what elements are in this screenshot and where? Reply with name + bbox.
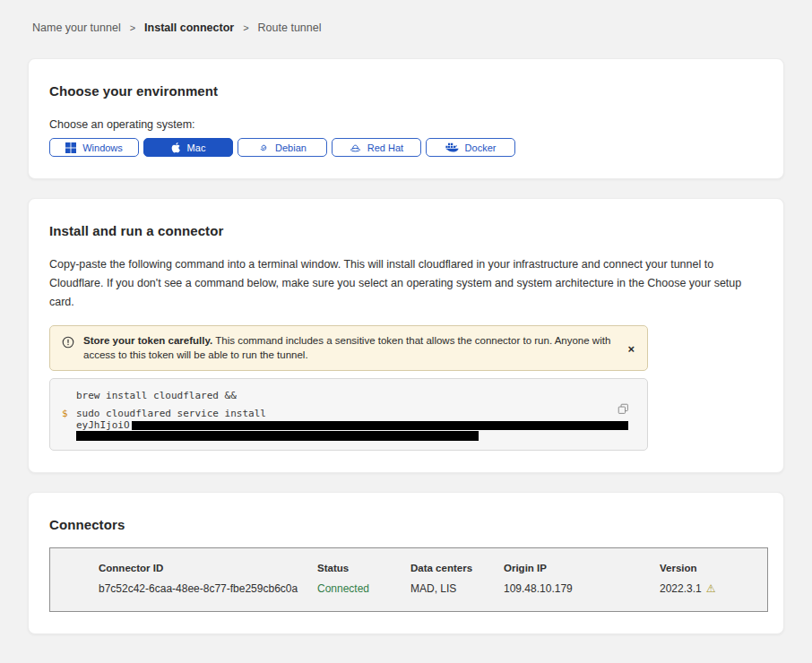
shell-prompt: $ bbox=[62, 408, 68, 419]
apple-icon bbox=[171, 142, 181, 153]
redhat-icon bbox=[350, 142, 361, 153]
redacted-token-bar bbox=[132, 421, 628, 430]
column-header-version: Version bbox=[660, 563, 767, 573]
breadcrumb-separator: > bbox=[130, 22, 135, 33]
terminal-line-1: brew install cloudflared && bbox=[76, 390, 629, 401]
table-row: b7c52c42-6caa-48ee-8c77-fbe259cb6c0a Con… bbox=[99, 582, 767, 595]
close-icon[interactable]: × bbox=[624, 340, 638, 356]
column-header-status: Status bbox=[317, 563, 410, 573]
os-button-docker[interactable]: Docker bbox=[426, 138, 515, 157]
breadcrumb-name-your-tunnel[interactable]: Name your tunnel bbox=[32, 22, 121, 34]
breadcrumb-install-connector[interactable]: Install connector bbox=[144, 22, 234, 34]
terminal-line-3: eyJhIjoiO bbox=[76, 419, 629, 431]
debian-icon bbox=[258, 142, 269, 153]
column-header-connector-id: Connector ID bbox=[99, 563, 317, 573]
os-button-label: Windows bbox=[82, 142, 123, 153]
install-command-terminal[interactable]: brew install cloudflared && $ sudo cloud… bbox=[49, 378, 648, 451]
connectors-card: Connectors Connector ID Status Data cent… bbox=[28, 492, 784, 634]
origin-ip-cell: 109.48.10.179 bbox=[504, 582, 660, 595]
breadcrumb-separator: > bbox=[243, 22, 248, 33]
docker-icon bbox=[445, 142, 459, 153]
terminal-line-2: sudo cloudflared service install bbox=[76, 408, 629, 419]
connectors-card-title: Connectors bbox=[49, 517, 763, 533]
os-button-windows[interactable]: Windows bbox=[49, 138, 139, 157]
os-button-mac[interactable]: Mac bbox=[143, 138, 233, 157]
install-description: Copy-paste the following command into a … bbox=[49, 255, 762, 312]
warning-triangle-icon: ⚠ bbox=[706, 583, 716, 594]
warning-text: Store your token carefully. This command… bbox=[83, 334, 636, 362]
table-header-row: Connector ID Status Data centers Origin … bbox=[99, 563, 767, 573]
breadcrumb-route-tunnel[interactable]: Route tunnel bbox=[258, 22, 322, 34]
os-button-group: Windows Mac Debian Red Hat bbox=[49, 138, 763, 157]
os-button-label: Mac bbox=[187, 142, 206, 153]
os-button-debian[interactable]: Debian bbox=[238, 138, 327, 157]
token-prefix: eyJhIjoiO bbox=[76, 419, 130, 431]
tunnel-setup-page: Name your tunnel > Install connector > R… bbox=[0, 0, 812, 663]
install-card-title: Install and run a connector bbox=[49, 223, 763, 239]
column-header-data-centers: Data centers bbox=[410, 563, 504, 573]
connectors-table: Connector ID Status Data centers Origin … bbox=[49, 547, 768, 612]
redacted-token-bar bbox=[76, 431, 479, 441]
connector-id-cell: b7c52c42-6caa-48ee-8c77-fbe259cb6c0a bbox=[99, 582, 317, 595]
os-button-label: Debian bbox=[275, 142, 307, 153]
copy-icon[interactable] bbox=[618, 403, 629, 415]
version-value: 2022.3.1 bbox=[660, 582, 702, 595]
windows-icon bbox=[65, 142, 76, 153]
terminal-line-4 bbox=[76, 431, 629, 443]
os-button-redhat[interactable]: Red Hat bbox=[332, 138, 421, 157]
alert-circle-icon bbox=[62, 336, 74, 352]
os-button-label: Docker bbox=[465, 142, 497, 153]
environment-card-title: Choose your environment bbox=[49, 83, 763, 99]
status-badge: Connected bbox=[317, 582, 369, 595]
data-centers-cell: MAD, LIS bbox=[410, 582, 504, 595]
token-warning-banner: Store your token carefully. This command… bbox=[49, 325, 648, 371]
warning-title: Store your token carefully. bbox=[83, 335, 212, 346]
breadcrumb: Name your tunnel > Install connector > R… bbox=[0, 0, 812, 34]
status-cell: Connected bbox=[317, 582, 410, 595]
os-select-label: Choose an operating system: bbox=[49, 118, 763, 131]
version-cell: 2022.3.1 ⚠ bbox=[660, 582, 767, 595]
os-button-label: Red Hat bbox=[367, 142, 403, 153]
install-connector-card: Install and run a connector Copy-paste t… bbox=[28, 198, 784, 473]
choose-environment-card: Choose your environment Choose an operat… bbox=[28, 58, 784, 179]
column-header-origin-ip: Origin IP bbox=[504, 563, 660, 573]
